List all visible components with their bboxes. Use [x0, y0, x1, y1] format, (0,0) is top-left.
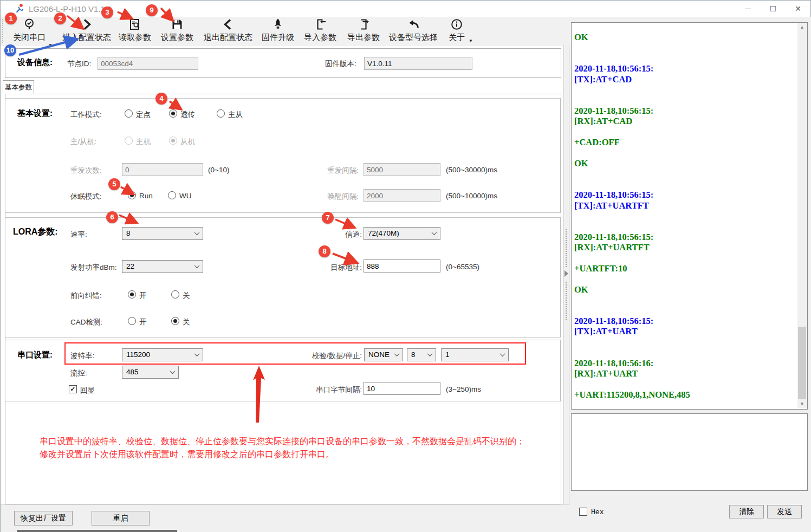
log-line [574, 179, 796, 190]
scroll-down-arrow[interactable]: ∨ [797, 399, 807, 408]
radio-work-mode-transparent[interactable] [169, 109, 177, 118]
target-addr-field[interactable] [364, 259, 440, 273]
master-slave-label: 主/从机: [70, 137, 96, 147]
scroll-up-arrow[interactable]: ∧ [797, 23, 807, 33]
send-input[interactable] [571, 413, 808, 491]
flow-control-combobox[interactable]: 485 [122, 366, 179, 379]
resend-count-field [122, 163, 203, 176]
annotation-badge-7: 7 [322, 212, 334, 224]
parity-combobox[interactable]: NONE [364, 348, 403, 361]
about-dropdown-caret[interactable]: ▼ [469, 38, 473, 43]
export-icon [356, 17, 371, 31]
chevron-left-icon [221, 17, 235, 31]
channel-value: 72(470M) [368, 229, 399, 237]
toolbar-close-serial-button[interactable]: 关闭串口 [12, 17, 46, 45]
log-line [574, 95, 796, 105]
panel-splitter[interactable] [563, 45, 569, 504]
radio-work-mode-fixed[interactable] [125, 109, 133, 118]
radio-cad-off[interactable] [171, 317, 179, 325]
channel-combobox[interactable]: 72(470M) [364, 227, 440, 240]
log-line [574, 274, 796, 284]
window-title: LG206-L-P-H10 V1.1.6 [29, 4, 112, 14]
toolbar-about-button[interactable]: 关于 [447, 17, 466, 45]
log-line: [RX]:AT+UARTFT [574, 242, 796, 252]
echo-checkbox[interactable]: ✓ [69, 385, 77, 393]
horizontal-scrollbar-thumb[interactable] [17, 530, 177, 532]
resend-interval-field [364, 163, 440, 176]
log-line [574, 337, 796, 347]
target-addr-range: (0~65535) [446, 263, 479, 271]
toolbar-device-model-select-button[interactable]: 设备型号选择 [386, 17, 440, 45]
chevron-down-icon [171, 370, 175, 374]
log-line: [TX]:AT+UART [574, 326, 796, 336]
close-button[interactable]: ✕ [786, 1, 810, 17]
resend-interval-range: (500~30000)ms [446, 166, 497, 174]
title-bar: LG206-L-P-H10 V1.1.6 ─ ☐ ✕ [1, 1, 810, 17]
radio-fec-on[interactable] [128, 290, 136, 299]
splitter-dots [566, 229, 567, 267]
toolbar-enter-config-button[interactable]: 进入配置状态 [58, 17, 115, 45]
send-button[interactable]: 发送 [767, 505, 802, 518]
chevron-down-icon [501, 353, 505, 357]
toolbar-set-params-button[interactable]: 设置参数 [159, 17, 196, 45]
toolbar-export-params-button[interactable]: 导出参数 [345, 17, 382, 45]
stop-bits-combobox[interactable]: 1 [441, 348, 509, 361]
tx-power-value: 22 [126, 262, 134, 270]
data-bits-combobox[interactable]: 8 [407, 348, 436, 361]
log-panel: OK 2020-11-18,10:56:15:[TX]:AT+CAD 2020-… [571, 22, 808, 410]
splitter-collapse-icon[interactable] [565, 270, 568, 277]
save-floppy-icon [170, 17, 184, 31]
radio-sleep-wu[interactable] [168, 191, 176, 199]
log-line: 2020-11-18,10:56:15: [574, 106, 796, 116]
log-line: [RX]:AT+UART [574, 368, 796, 379]
log-line: [TX]:AT+UARTFT [574, 200, 796, 211]
toolbar-read-params-button[interactable]: 读取参数 [116, 17, 153, 45]
byte-interval-field[interactable] [364, 382, 440, 395]
wake-interval-label: 唤醒间隔: [287, 192, 359, 202]
log-line: +UART:115200,8,1,NONE,485 [574, 390, 796, 400]
sleep-run-label: Run [139, 192, 153, 200]
log-line [574, 85, 796, 95]
data-bits-value: 8 [411, 351, 416, 359]
radio-cad-on[interactable] [128, 317, 136, 325]
log-scrollbar[interactable]: ∧ ∨ [797, 23, 807, 408]
toolbar-firmware-upgrade-button[interactable]: 固件升级 [259, 17, 296, 45]
radio-sleep-run[interactable] [128, 191, 136, 199]
log-line [574, 42, 796, 53]
chevron-down-icon [432, 231, 437, 236]
scrollbar-thumb[interactable] [798, 327, 806, 400]
log-line [574, 127, 796, 137]
factory-reset-button[interactable]: 恢复出厂设置 [14, 511, 73, 525]
clear-button[interactable]: 清除 [729, 505, 764, 518]
radio-work-mode-master-slave[interactable] [217, 109, 225, 118]
annotation-badge-6: 6 [106, 211, 118, 223]
info-icon [450, 17, 464, 31]
radio-fec-off[interactable] [171, 290, 179, 299]
parity-value: NONE [368, 351, 390, 359]
parity-data-stop-label: 校验/数据/停止: [290, 351, 362, 361]
restart-button[interactable]: 重启 [92, 511, 150, 525]
toolbar-exit-config-button[interactable]: 退出配置状态 [201, 17, 255, 45]
baud-combobox[interactable]: 115200 [122, 348, 203, 361]
annotation-badge-5: 5 [108, 178, 120, 190]
tab-basic-params[interactable]: 基本参数 [3, 80, 34, 94]
radio-slave [169, 137, 177, 145]
close-serial-dropdown-caret[interactable]: ▼ [48, 43, 53, 48]
log-line: OK [574, 158, 796, 168]
toolbar-import-params-button[interactable]: 导入参数 [302, 17, 339, 45]
splitter-dots [566, 282, 567, 320]
rate-combobox[interactable]: 8 [122, 227, 203, 240]
basic-settings-group: 基本设置: 工作模式: 定点 透传 主从 主/从机: 主机 从机 重发次数: (… [5, 98, 561, 213]
tx-power-combobox[interactable]: 22 [122, 260, 203, 273]
fec-on-label: 开 [139, 291, 147, 301]
toolbar-grip[interactable] [2, 19, 3, 43]
hex-checkbox[interactable] [579, 508, 587, 516]
master-option-label: 主机 [136, 137, 151, 147]
log-line [574, 400, 796, 410]
sleep-mode-label: 休眠模式: [70, 192, 102, 202]
minimize-button[interactable]: ─ [736, 1, 761, 17]
maximize-button[interactable]: ☐ [761, 1, 786, 17]
serial-settings-group: 串口设置: 波特率: 115200 校验/数据/停止: NONE 8 1 流控:… [5, 340, 561, 401]
log-line [574, 379, 796, 389]
app-window: LG206-L-P-H10 V1.1.6 ─ ☐ ✕ 关闭串口 ▼ 进入配置状态 [0, 0, 811, 532]
